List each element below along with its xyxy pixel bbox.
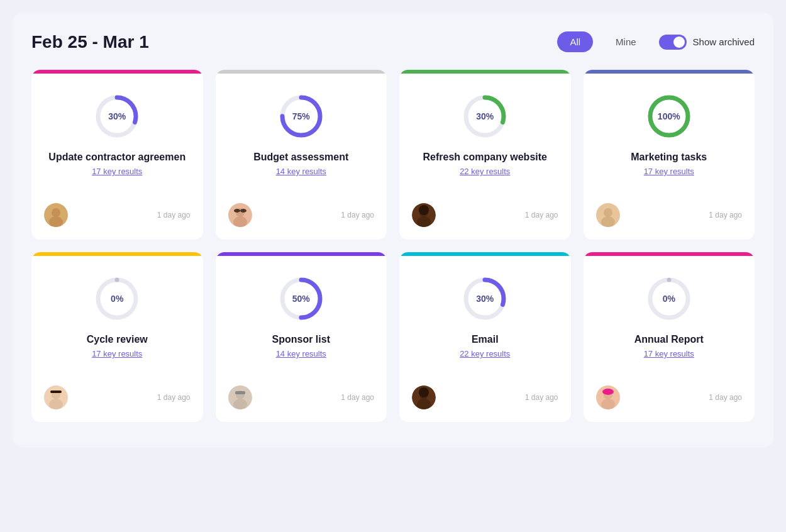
card-subtitle[interactable]: 14 key results (276, 349, 326, 358)
card-footer: 1 day ago (596, 193, 743, 227)
avatar (596, 203, 620, 227)
percent-label: 50% (292, 294, 310, 304)
svg-point-40 (419, 387, 429, 397)
card-top: 30% Email 22 key results (460, 274, 510, 375)
header-right: All Mine Show archived (557, 31, 755, 52)
percent-label: 30% (108, 111, 126, 121)
card-footer: 1 day ago (412, 375, 558, 409)
card-top: 30% Refresh company website 22 key resul… (423, 91, 547, 193)
card-subtitle[interactable]: 17 key results (644, 349, 694, 358)
card-card-7[interactable]: 30% Email 22 key results 1 day ago (399, 252, 571, 422)
timestamp: 1 day ago (525, 211, 558, 219)
card-card-8[interactable]: 0% Annual Report 17 key results 1 day ag… (584, 252, 755, 422)
card-title: Email (472, 334, 499, 345)
progress-donut: 0% (92, 274, 142, 324)
svg-rect-34 (235, 391, 245, 394)
avatar (44, 203, 68, 227)
percent-label: 30% (476, 294, 494, 304)
show-archived-toggle[interactable]: Show archived (659, 35, 755, 50)
progress-donut: 75% (276, 91, 326, 141)
card-subtitle[interactable]: 17 key results (92, 349, 142, 358)
svg-point-3 (52, 208, 60, 217)
percent-label: 100% (658, 111, 680, 121)
date-title: Feb 25 - Mar 1 (31, 32, 149, 52)
timestamp: 1 day ago (157, 211, 191, 219)
card-subtitle[interactable]: 22 key results (460, 167, 510, 176)
card-footer: 1 day ago (44, 375, 191, 409)
svg-point-11 (240, 209, 246, 213)
cards-grid: 30% Update contractor agreemen 17 key re… (31, 70, 755, 422)
avatar (596, 385, 620, 409)
toggle-switch-icon[interactable] (659, 35, 687, 50)
filter-all-button[interactable]: All (557, 31, 593, 52)
card-footer: 1 day ago (228, 375, 375, 409)
card-card-6[interactable]: 50% Sponsor list 14 key results 1 day ag… (216, 252, 387, 422)
timestamp: 1 day ago (709, 393, 742, 402)
avatar (44, 385, 68, 409)
svg-point-46 (602, 389, 614, 395)
card-top: 30% Update contractor agreemen 17 key re… (48, 91, 185, 193)
card-title: Annual Report (634, 334, 704, 345)
card-subtitle[interactable]: 17 key results (644, 167, 694, 176)
progress-donut: 30% (460, 274, 510, 324)
card-subtitle[interactable]: 22 key results (460, 349, 510, 358)
progress-donut: 30% (92, 91, 142, 141)
timestamp: 1 day ago (157, 393, 191, 402)
percent-label: 0% (663, 294, 675, 304)
card-top: 75% Budget assessment 14 key results (253, 91, 348, 193)
card-footer: 1 day ago (228, 193, 375, 227)
filter-mine-button[interactable]: Mine (603, 31, 649, 52)
card-top: 0% Cycle review 17 key results (87, 274, 148, 375)
card-footer: 1 day ago (44, 193, 191, 227)
timestamp: 1 day ago (341, 393, 374, 402)
card-card-5[interactable]: 0% Cycle review 17 key results 1 day ago (31, 252, 203, 422)
avatar (228, 203, 252, 227)
card-top: 100% Marketing tasks 17 key results (631, 91, 707, 193)
card-title: Budget assessment (253, 152, 348, 163)
card-title: Cycle review (87, 334, 148, 345)
card-card-4[interactable]: 100% Marketing tasks 17 key results 1 da… (584, 70, 755, 240)
percent-label: 30% (476, 111, 494, 121)
card-footer: 1 day ago (596, 375, 743, 409)
toggle-label: Show archived (693, 36, 755, 47)
card-card-3[interactable]: 30% Refresh company website 22 key resul… (399, 70, 571, 240)
main-container: Feb 25 - Mar 1 All Mine Show archived 30… (13, 13, 773, 447)
card-card-1[interactable]: 30% Update contractor agreemen 17 key re… (31, 70, 203, 240)
card-title: Update contractor agreemen (48, 152, 185, 163)
percent-label: 0% (111, 294, 123, 304)
svg-point-21 (604, 208, 612, 217)
progress-donut: 30% (460, 91, 510, 141)
avatar (412, 385, 436, 409)
svg-point-17 (419, 205, 429, 215)
card-top: 0% Annual Report 17 key results (634, 274, 704, 375)
card-subtitle[interactable]: 17 key results (92, 167, 142, 176)
card-title: Sponsor list (272, 334, 330, 345)
header: Feb 25 - Mar 1 All Mine Show archived (31, 31, 755, 52)
card-title: Refresh company website (423, 152, 547, 163)
timestamp: 1 day ago (341, 211, 374, 219)
card-top: 50% Sponsor list 14 key results (272, 274, 330, 375)
timestamp: 1 day ago (709, 211, 742, 219)
svg-point-10 (234, 209, 240, 213)
progress-donut: 50% (276, 274, 326, 324)
card-title: Marketing tasks (631, 152, 707, 163)
progress-donut: 100% (644, 91, 694, 141)
card-footer: 1 day ago (412, 193, 558, 227)
card-card-2[interactable]: 75% Budget assessment 14 key results 1 d… (216, 70, 387, 240)
percent-label: 75% (292, 111, 310, 121)
card-subtitle[interactable]: 14 key results (276, 167, 326, 176)
timestamp: 1 day ago (525, 393, 558, 402)
progress-donut: 0% (644, 274, 694, 324)
svg-rect-28 (50, 391, 62, 393)
avatar (412, 203, 436, 227)
avatar (228, 385, 252, 409)
